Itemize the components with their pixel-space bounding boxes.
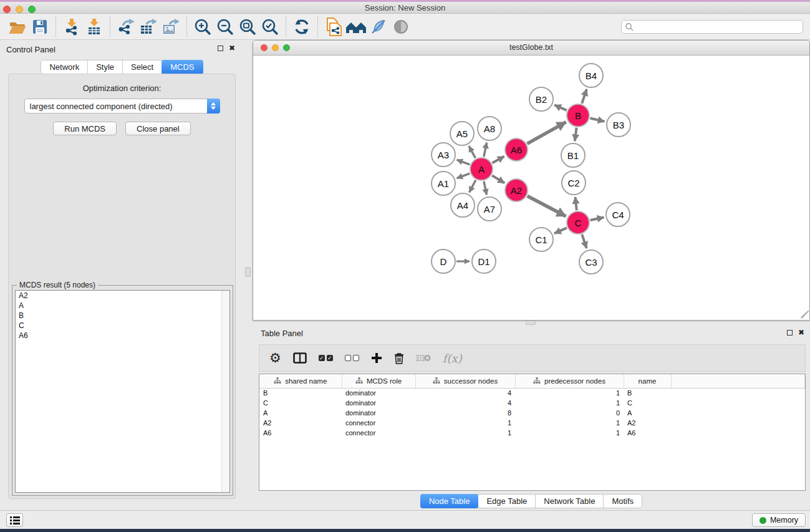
node-d1[interactable]: D1 bbox=[471, 249, 496, 274]
cell-name[interactable]: A bbox=[624, 408, 671, 418]
node-c1[interactable]: C1 bbox=[529, 227, 554, 252]
edge-A-A3[interactable] bbox=[457, 160, 470, 165]
cell-successor-nodes[interactable]: 1 bbox=[415, 418, 515, 428]
cell-predecessor-nodes[interactable]: 1 bbox=[515, 418, 624, 428]
edge-A6-B[interactable] bbox=[527, 122, 566, 144]
node-b[interactable]: B bbox=[566, 104, 590, 127]
edge-A-A7[interactable] bbox=[484, 181, 486, 195]
column-header-successor-nodes[interactable]: successor nodes bbox=[415, 374, 515, 388]
table-row[interactable]: Bdominator41B bbox=[259, 388, 805, 398]
table-row[interactable]: Adominator80A bbox=[259, 408, 805, 418]
node-a7[interactable]: A7 bbox=[477, 196, 502, 221]
cell-MCDS-role[interactable]: dominator bbox=[342, 388, 415, 398]
cell-predecessor-nodes[interactable]: 1 bbox=[515, 428, 624, 438]
open-session-button[interactable] bbox=[6, 16, 29, 38]
edge-A-A1[interactable] bbox=[457, 173, 470, 178]
column-settings-button[interactable]: ⚙ bbox=[269, 351, 281, 365]
node-a4[interactable]: A4 bbox=[450, 193, 475, 218]
tab-mcds[interactable]: MCDS bbox=[162, 60, 203, 74]
tab-select[interactable]: Select bbox=[123, 60, 162, 74]
result-list-scrollbar[interactable] bbox=[221, 291, 229, 492]
cell-successor-nodes[interactable]: 4 bbox=[415, 388, 515, 398]
import-network-button[interactable] bbox=[60, 16, 83, 38]
cell-MCDS-role[interactable]: connector bbox=[342, 428, 415, 438]
vertical-splitter-grip[interactable] bbox=[245, 267, 251, 277]
edge-A-A8[interactable] bbox=[484, 143, 487, 157]
import-table-button[interactable] bbox=[83, 16, 105, 38]
mcds-result-list[interactable]: A2ABCA6 bbox=[15, 290, 230, 493]
node-a2[interactable]: A2 bbox=[504, 178, 528, 202]
edge-C-C3[interactable] bbox=[582, 235, 586, 248]
edge-B-B4[interactable] bbox=[582, 89, 587, 104]
task-history-button[interactable] bbox=[6, 513, 23, 527]
column-header-shared-name[interactable]: shared name bbox=[259, 374, 342, 388]
edge-C-C1[interactable] bbox=[554, 228, 567, 233]
horizontal-splitter-grip[interactable] bbox=[526, 321, 536, 325]
node-a[interactable]: A bbox=[470, 157, 493, 181]
cell-successor-nodes[interactable]: 8 bbox=[415, 408, 515, 418]
cell-successor-nodes[interactable]: 1 bbox=[415, 428, 515, 438]
table-row[interactable]: A2connector11A2 bbox=[259, 418, 805, 428]
select-all-button[interactable]: ✓✓ bbox=[319, 355, 333, 361]
close-panel-button[interactable]: Close panel bbox=[125, 122, 191, 135]
zoom-in-button[interactable] bbox=[191, 16, 214, 38]
add-column-button[interactable] bbox=[371, 352, 382, 364]
network-document-button[interactable] bbox=[322, 16, 345, 38]
node-c3[interactable]: C3 bbox=[579, 249, 604, 274]
show-graphics-details-button[interactable] bbox=[390, 16, 412, 38]
delete-column-button[interactable] bbox=[394, 352, 404, 364]
node-table[interactable]: shared nameMCDS rolesuccessor nodesprede… bbox=[259, 374, 806, 491]
search-input[interactable] bbox=[634, 21, 803, 32]
cyndex-browse-button[interactable] bbox=[345, 16, 367, 38]
node-b3[interactable]: B3 bbox=[606, 112, 631, 137]
node-b1[interactable]: B1 bbox=[561, 143, 586, 168]
float-table-panel-icon[interactable] bbox=[787, 330, 793, 336]
close-table-panel-icon[interactable]: ✖ bbox=[798, 330, 804, 336]
export-table-button[interactable] bbox=[137, 16, 160, 38]
result-item-b[interactable]: B bbox=[16, 311, 229, 321]
result-item-c[interactable]: C bbox=[16, 321, 229, 331]
cell-MCDS-role[interactable]: dominator bbox=[342, 398, 415, 408]
node-d[interactable]: D bbox=[431, 249, 456, 274]
node-c4[interactable]: C4 bbox=[605, 202, 630, 227]
cell-predecessor-nodes[interactable]: 1 bbox=[515, 388, 624, 398]
result-item-a6[interactable]: A6 bbox=[16, 331, 229, 341]
node-c2[interactable]: C2 bbox=[561, 170, 586, 195]
cell-successor-nodes[interactable]: 4 bbox=[415, 398, 515, 408]
edge-B-B3[interactable] bbox=[590, 118, 604, 121]
node-a5[interactable]: A5 bbox=[450, 121, 475, 146]
edge-A-A5[interactable] bbox=[469, 146, 475, 158]
split-table-view-button[interactable] bbox=[293, 352, 307, 364]
cell-shared-name[interactable]: A2 bbox=[259, 418, 342, 428]
cell-name[interactable]: A2 bbox=[624, 418, 671, 428]
node-c[interactable]: C bbox=[566, 211, 590, 235]
cell-shared-name[interactable]: A bbox=[259, 408, 342, 418]
node-a1[interactable]: A1 bbox=[431, 171, 456, 196]
criterion-dropdown[interactable]: largest connected component (directed) bbox=[24, 99, 220, 114]
delete-table-button[interactable] bbox=[416, 354, 431, 362]
cell-shared-name[interactable]: C bbox=[259, 398, 342, 408]
column-header-MCDS-role[interactable]: MCDS role bbox=[342, 374, 415, 388]
column-header-predecessor-nodes[interactable]: predecessor nodes bbox=[515, 374, 624, 388]
edge-A2-C[interactable] bbox=[528, 196, 566, 216]
cell-predecessor-nodes[interactable]: 0 bbox=[515, 408, 624, 418]
edge-B-B1[interactable] bbox=[575, 128, 577, 141]
zoom-fit-button[interactable] bbox=[236, 16, 259, 38]
node-a6[interactable]: A6 bbox=[504, 138, 528, 162]
float-panel-icon[interactable] bbox=[218, 46, 223, 51]
save-session-button[interactable] bbox=[29, 16, 51, 38]
tab-style[interactable]: Style bbox=[88, 60, 123, 74]
zoom-out-button[interactable] bbox=[214, 16, 236, 38]
cell-predecessor-nodes[interactable]: 1 bbox=[515, 398, 624, 408]
function-builder-button[interactable]: f(x) bbox=[443, 352, 462, 365]
window-resize-grip[interactable] bbox=[800, 311, 808, 319]
run-mcds-button[interactable]: Run MCDS bbox=[53, 122, 117, 135]
hide-vizmapper-button[interactable] bbox=[367, 16, 390, 38]
cell-name[interactable]: C bbox=[624, 398, 671, 408]
search-field[interactable] bbox=[621, 20, 803, 34]
cell-MCDS-role[interactable]: dominator bbox=[342, 408, 415, 418]
tab-network-table[interactable]: Network Table bbox=[536, 495, 604, 508]
node-b2[interactable]: B2 bbox=[529, 87, 554, 112]
edge-A-A2[interactable] bbox=[492, 175, 504, 183]
node-b4[interactable]: B4 bbox=[579, 63, 604, 88]
